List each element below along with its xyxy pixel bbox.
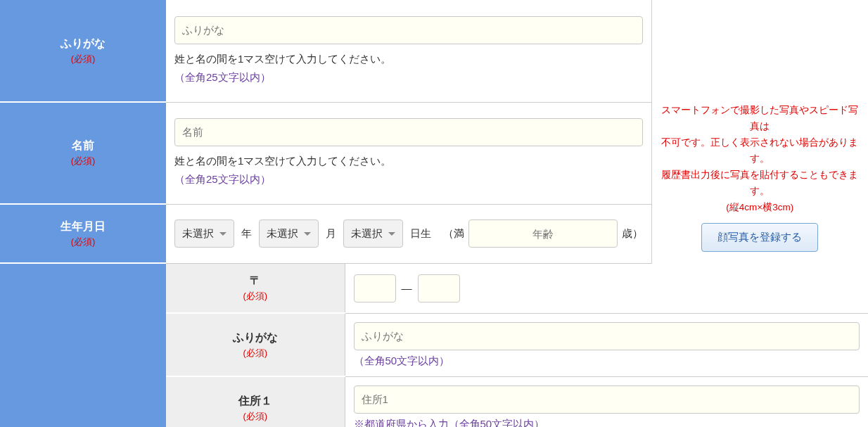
furigana-hint: 姓と名の間を1マス空けて入力してください。 xyxy=(174,51,643,68)
name-hint: 姓と名の間を1マス空けて入力してください。 xyxy=(174,153,643,170)
addr-furigana-label: ふりがな xyxy=(233,331,278,343)
month-unit: 月 xyxy=(326,227,336,241)
age-input[interactable] xyxy=(468,219,618,248)
zip-dash: ― xyxy=(402,282,412,294)
furigana-label: ふりがな xyxy=(60,37,106,49)
zip1-input[interactable] xyxy=(354,274,396,302)
age-suffix: 歳） xyxy=(622,227,643,241)
addr1-input[interactable] xyxy=(354,385,860,414)
name-hint-limit: （全角25文字以内） xyxy=(174,173,643,186)
caret-down-icon xyxy=(304,232,311,236)
dob-year-select[interactable]: 未選択 xyxy=(174,219,234,248)
dob-label: 生年月日 xyxy=(60,220,106,232)
zip-label: 〒 xyxy=(250,274,261,286)
age-prefix: （満 xyxy=(443,227,464,241)
dob-month-select[interactable]: 未選択 xyxy=(259,219,319,248)
register-photo-button[interactable]: 顔写真を登録する xyxy=(701,223,818,252)
caret-down-icon xyxy=(388,232,395,236)
furigana-input[interactable] xyxy=(174,16,643,44)
addr1-required: (必須) xyxy=(166,410,345,423)
name-required: (必須) xyxy=(0,155,166,167)
addr-furigana-required: (必須) xyxy=(166,347,345,359)
addr-furigana-input[interactable] xyxy=(354,322,860,350)
furigana-hint-limit: （全角25文字以内） xyxy=(174,71,643,84)
dob-required: (必須) xyxy=(0,236,166,248)
addr1-hint: ※都道府県から入力（全角50文字以内） xyxy=(354,418,860,428)
name-label: 名前 xyxy=(72,139,94,151)
zip-required: (必須) xyxy=(166,290,345,302)
furigana-required: (必須) xyxy=(0,53,166,65)
year-unit: 年 xyxy=(241,227,252,241)
caret-down-icon xyxy=(219,232,226,236)
addr1-label: 住所１ xyxy=(238,395,272,407)
day-unit: 日生 xyxy=(410,227,431,241)
dob-day-select[interactable]: 未選択 xyxy=(343,219,403,248)
photo-note: スマートフォンで撮影した写真やスピード写真は 不可です。正しく表示されない場合が… xyxy=(659,103,862,216)
name-input[interactable] xyxy=(174,118,643,146)
addr-furigana-hint: （全角50文字以内） xyxy=(354,355,860,368)
zip2-input[interactable] xyxy=(418,274,460,302)
